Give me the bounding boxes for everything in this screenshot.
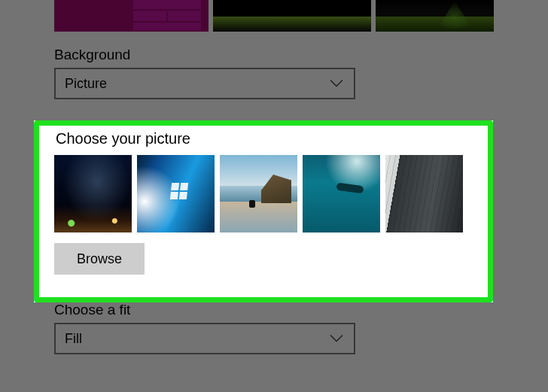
- picture-thumb-2[interactable]: [137, 155, 215, 232]
- fit-dropdown-value: Fill: [65, 331, 82, 347]
- choose-your-picture-section: Choose your picture Browse: [54, 128, 494, 275]
- choose-a-fit-label: Choose a fit: [54, 302, 494, 318]
- choose-your-picture-label: Choose your picture: [56, 130, 494, 147]
- preview-row: [54, 0, 494, 32]
- background-dropdown-value: Picture: [65, 76, 107, 92]
- picture-thumb-5[interactable]: [385, 155, 463, 232]
- preview-photo-2: [376, 0, 494, 32]
- preview-desktop: [54, 0, 209, 32]
- personalization-background-page: Background Picture Choose your picture B…: [0, 0, 548, 390]
- background-dropdown[interactable]: Picture: [54, 68, 355, 99]
- picture-thumb-3[interactable]: [220, 155, 297, 232]
- picture-thumb-4[interactable]: [303, 155, 380, 232]
- browse-button[interactable]: Browse: [54, 243, 145, 275]
- chevron-down-icon: [330, 331, 343, 347]
- choose-a-fit-section: Choose a fit Fill: [54, 302, 494, 354]
- background-label: Background: [54, 47, 494, 63]
- preview-photo-1: [213, 0, 371, 32]
- fit-dropdown[interactable]: Fill: [54, 323, 355, 354]
- chevron-down-icon: [330, 76, 343, 92]
- picture-thumbnails: [54, 155, 494, 232]
- picture-thumb-1[interactable]: [54, 155, 132, 232]
